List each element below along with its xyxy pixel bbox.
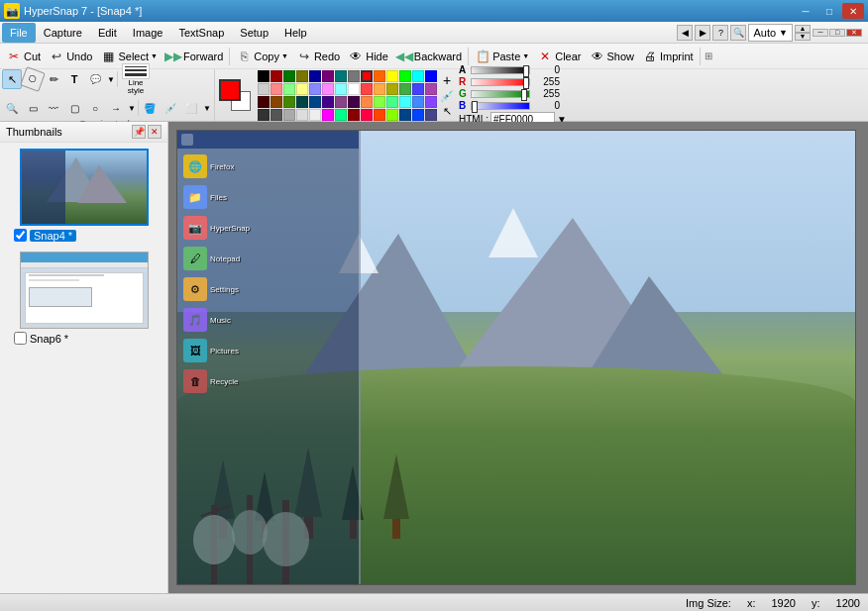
minimize-button[interactable]: ─ [795, 3, 816, 19]
color-yellow2[interactable] [386, 109, 398, 121]
snap4-thumbnail[interactable] [20, 149, 149, 226]
color-darkred[interactable] [271, 70, 282, 82]
line-style-control[interactable]: Line style [119, 62, 153, 96]
text-tool[interactable]: T [64, 69, 84, 89]
color-lightcyan[interactable] [335, 83, 347, 95]
backward-button[interactable]: ◀◀ Backward [392, 46, 466, 67]
color-plum[interactable] [335, 96, 347, 108]
canvas-area[interactable]: 🌐 Firefox 📁 Files 📷 HyperSnap [168, 122, 868, 593]
color-cyan[interactable] [412, 70, 424, 82]
menu-setup[interactable]: Setup [232, 23, 276, 43]
color-white[interactable] [348, 83, 360, 95]
color-red-selected[interactable] [361, 70, 373, 82]
a-slider[interactable] [471, 66, 530, 74]
thumbnails-close[interactable]: ✕ [148, 125, 162, 139]
color-chartreuse[interactable] [283, 96, 295, 108]
b-slider[interactable] [471, 102, 530, 110]
color-slate[interactable] [425, 109, 437, 121]
color-midblue[interactable] [412, 83, 424, 95]
color-crimson[interactable] [348, 109, 360, 121]
menu-edit[interactable]: Edit [90, 23, 125, 43]
copy-button[interactable]: ⎘ Copy ▼ [232, 46, 292, 67]
zoom-tool[interactable]: 🔍 [2, 98, 22, 118]
color-mint[interactable] [335, 109, 347, 121]
menu-image[interactable]: Image [125, 23, 171, 43]
color-olive[interactable] [296, 70, 308, 82]
color-lightyellow[interactable] [296, 83, 308, 95]
rounded-rect-tool[interactable]: ▢ [64, 98, 84, 118]
color-orange[interactable] [374, 70, 385, 82]
nav-forward-button[interactable]: ▶ [695, 25, 710, 41]
color-darkteal[interactable] [296, 96, 308, 108]
color-brown[interactable] [271, 96, 282, 108]
fill-color-tool[interactable]: 🪣 [140, 98, 160, 118]
thumbnails-pin[interactable]: 📌 [132, 125, 146, 139]
color-vermillion[interactable] [374, 109, 385, 121]
color-nearwhite[interactable] [309, 109, 321, 121]
color-darkblue[interactable] [309, 70, 321, 82]
color-lightgreen[interactable] [283, 83, 295, 95]
color-peach[interactable] [374, 83, 385, 95]
color-lime[interactable] [399, 70, 411, 82]
color-darkyellow[interactable] [386, 83, 398, 95]
color-springgreen[interactable] [386, 96, 398, 108]
color-palewhite[interactable] [296, 109, 308, 121]
callout-dropdown[interactable]: ▼ [106, 69, 116, 89]
color-darkgray[interactable] [258, 109, 270, 121]
color-maroon[interactable] [258, 96, 270, 108]
color-teal[interactable] [335, 70, 347, 82]
color-midnightblue[interactable] [309, 96, 321, 108]
win-minimize[interactable]: ─ [813, 29, 828, 37]
imprint-button[interactable]: 🖨 Imprint [638, 46, 698, 67]
search-button[interactable]: 🔍 [730, 25, 746, 41]
color-aqua[interactable] [399, 96, 411, 108]
color-salmon[interactable] [361, 96, 373, 108]
color-purple2[interactable] [425, 96, 437, 108]
eraser-tool[interactable]: ⬜ [181, 98, 201, 118]
g-slider[interactable] [471, 90, 530, 98]
color-silver[interactable] [258, 83, 270, 95]
auto-dropdown[interactable]: Auto ▼ [748, 24, 793, 42]
rectangle-tool[interactable]: ▭ [23, 98, 43, 118]
expand-button[interactable]: ⊞ [703, 51, 714, 61]
menu-help[interactable]: Help [276, 23, 315, 43]
color-black[interactable] [258, 70, 270, 82]
color-midgreen[interactable] [399, 83, 411, 95]
nav-back-button[interactable]: ◀ [677, 25, 693, 41]
arrow-dropdown[interactable]: ▼ [127, 98, 137, 118]
menu-file[interactable]: File [2, 23, 36, 43]
fg-color-box[interactable] [219, 79, 241, 101]
color-violet[interactable] [322, 96, 334, 108]
color-greenyellow[interactable] [374, 96, 385, 108]
color-darkgreen[interactable] [283, 70, 295, 82]
color-lightred[interactable] [271, 83, 282, 95]
hide-button[interactable]: 👁 Hide [344, 46, 392, 67]
menu-textsnap[interactable]: TextSnap [170, 23, 232, 43]
redo-button[interactable]: ↪ Redo [292, 46, 344, 67]
color-magenta[interactable] [322, 109, 334, 121]
more-tools-dropdown[interactable]: ▼ [202, 98, 212, 118]
color-cobalt[interactable] [399, 109, 411, 121]
color-yellow[interactable] [386, 70, 398, 82]
color-royalblue[interactable] [412, 109, 424, 121]
r-slider[interactable] [471, 78, 530, 86]
color-red2[interactable] [361, 83, 373, 95]
color-pink[interactable] [322, 83, 334, 95]
eyedropper-button[interactable]: 💉 [440, 90, 454, 103]
add-color-button[interactable]: + [443, 72, 451, 88]
maximize-button[interactable]: □ [818, 3, 840, 19]
freedraw-tool[interactable]: 〰 [44, 98, 63, 118]
snap4-checkbox[interactable] [14, 229, 27, 242]
color-rose[interactable] [361, 109, 373, 121]
color-lightblue[interactable] [309, 83, 321, 95]
close-button[interactable]: ✕ [842, 3, 864, 19]
win-close[interactable]: ✕ [846, 29, 862, 37]
color-mauve[interactable] [425, 83, 437, 95]
ellipse-tool[interactable]: ○ [85, 98, 105, 118]
help-button[interactable]: ? [712, 25, 728, 41]
arrow-tool[interactable]: → [106, 98, 126, 118]
color-darkpurple[interactable] [348, 96, 360, 108]
polygon-lasso-tool[interactable]: ⬡ [20, 66, 46, 92]
pencil-tool[interactable]: ✏ [44, 69, 63, 89]
callout-tool[interactable]: 💬 [85, 69, 105, 89]
